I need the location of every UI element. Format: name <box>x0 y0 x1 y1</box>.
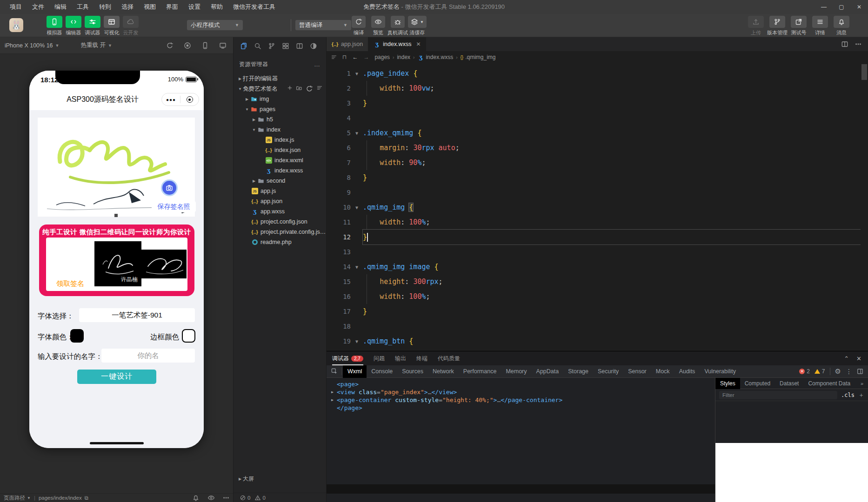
tree-item-readme.php[interactable]: readme.php <box>234 237 326 247</box>
tree-item-index.wxss[interactable]: ʒindex.wxss <box>234 165 326 176</box>
styles-tab-Dataset[interactable]: Dataset <box>775 378 803 389</box>
menu-帮助[interactable]: 帮助 <box>206 0 228 14</box>
expand-icon[interactable]: ▶ <box>331 398 337 402</box>
tree-item-index.js[interactable]: JSindex.js <box>234 135 326 145</box>
devtools-tab-Performance[interactable]: Performance <box>459 365 501 378</box>
fold-chevron-icon[interactable]: ▼ <box>351 339 363 344</box>
toolbar-调试器-button[interactable]: 调试器 <box>85 16 100 36</box>
fold-chevron-icon[interactable]: ▼ <box>351 205 363 210</box>
devtools-tab-AppData[interactable]: AppData <box>532 365 564 378</box>
user-avatar[interactable]: 🐰 <box>9 18 23 32</box>
refresh-icon[interactable] <box>306 85 313 92</box>
collapse-icon[interactable]: ⌃ <box>844 355 849 362</box>
outline-icon[interactable] <box>331 54 337 60</box>
tree-item-打开的编辑器[interactable]: ▶打开的编辑器 <box>234 73 326 84</box>
styles-tab-Computed[interactable]: Computed <box>740 378 775 389</box>
name-input[interactable]: 你的名 <box>101 349 195 363</box>
styles-tab-Styles[interactable]: Styles <box>715 378 740 389</box>
device-select[interactable]: iPhone X 100% 16▼ <box>0 37 64 53</box>
files-icon[interactable] <box>240 42 247 50</box>
toolbar-上传-button[interactable]: 上传 <box>748 16 764 36</box>
toolbar-预览-button[interactable]: 预览 <box>370 16 386 36</box>
code-content[interactable]: 1 ▼ .page_index { 2 width: 100vw; 3 } 4 … <box>327 63 861 351</box>
devtools-tab-Sources[interactable]: Sources <box>397 365 428 378</box>
wxml-node[interactable]: ▶<page-container custom-style="height: 4… <box>331 396 715 404</box>
branch-icon[interactable] <box>268 42 275 50</box>
toolbar-真机调试-button[interactable]: 真机调试 <box>390 16 406 36</box>
window-icon[interactable] <box>282 42 289 50</box>
bell-icon[interactable] <box>192 494 200 502</box>
breadcrumb-pages[interactable]: pages <box>374 54 390 60</box>
menu-界面[interactable]: 界面 <box>161 0 183 14</box>
kebab-menu-icon[interactable]: ⋮ <box>846 368 852 375</box>
explorer-more-icon[interactable]: … <box>314 61 320 68</box>
tree-item-index.wxml[interactable]: </>index.wxml <box>234 155 326 165</box>
minimize-icon[interactable]: — <box>815 0 833 14</box>
tree-item-second[interactable]: ▶ second <box>234 176 326 186</box>
tree-item-pages[interactable]: ▼ pages <box>234 104 326 114</box>
eye-icon[interactable] <box>207 494 215 502</box>
mode-select[interactable]: 小程序模式▼ <box>187 20 243 30</box>
panel-tab-输出[interactable]: 输出 <box>395 351 406 365</box>
fold-chevron-icon[interactable]: ▼ <box>351 131 363 136</box>
styles-tab-Component Data[interactable]: Component Data <box>803 378 855 389</box>
inspect-element-icon[interactable] <box>327 368 342 375</box>
capsule-exit-icon[interactable] <box>180 96 199 103</box>
copy-icon[interactable]: ⧉ <box>85 495 88 501</box>
refresh-icon[interactable] <box>166 42 174 49</box>
close-icon[interactable]: ✕ <box>850 0 868 14</box>
design-submit-button[interactable]: 一键设计 <box>77 370 156 384</box>
devtools-tab-Audits[interactable]: Audits <box>674 365 700 378</box>
phone-icon[interactable] <box>201 42 209 49</box>
save-signature-button[interactable]: 保存签名照 <box>152 201 196 212</box>
new-file-icon[interactable] <box>287 85 293 92</box>
font-color-swatch[interactable] <box>70 329 84 343</box>
tree-item-index[interactable]: ▼ index <box>234 125 326 135</box>
search-icon[interactable] <box>254 42 261 50</box>
toolbar-云开发-button[interactable]: 云开发 <box>123 16 139 36</box>
claim-signature-link[interactable]: 领取签名 <box>56 279 84 288</box>
more-tabs-icon[interactable]: » <box>861 381 868 386</box>
signature-preview-card[interactable]: 保存签名照 <box>38 118 195 217</box>
toolbar-编辑器-button[interactable]: 编辑器 <box>66 16 81 36</box>
problems-status[interactable]: 0 0 <box>234 493 326 502</box>
filter-input[interactable]: Filter <box>719 391 837 399</box>
devtools-tab-Network[interactable]: Network <box>428 365 459 378</box>
devtools-tab-Security[interactable]: Security <box>593 365 623 378</box>
wxml-tree[interactable]: <page> ▶<view class="page_index">…</view… <box>327 378 715 502</box>
page-path-label[interactable]: 页面路径 <box>4 495 25 502</box>
more-icon[interactable] <box>855 41 861 47</box>
toolbar-详情-button[interactable]: 详情 <box>812 16 828 36</box>
dock-side-icon[interactable] <box>857 368 863 375</box>
split-icon[interactable] <box>296 42 303 50</box>
toolbar-版本管理-button[interactable]: 版本管理 <box>769 16 785 36</box>
cls-toggle[interactable]: .cls <box>841 392 855 398</box>
toolbar-消息-button[interactable]: 消息 <box>834 16 849 36</box>
devtools-tab-Mock[interactable]: Mock <box>651 365 674 378</box>
more-icon[interactable] <box>223 495 229 501</box>
hot-reload-select[interactable]: 热重载 开▼ <box>76 37 116 53</box>
wxml-node[interactable]: </page> <box>331 404 715 412</box>
menu-转到[interactable]: 转到 <box>94 0 116 14</box>
menu-工具[interactable]: 工具 <box>72 0 94 14</box>
devtools-tab-Memory[interactable]: Memory <box>501 365 531 378</box>
resize-handle[interactable] <box>114 214 118 217</box>
nav-forward-icon[interactable]: → <box>363 54 369 60</box>
bookmark-icon[interactable]: ⊓ <box>342 54 347 60</box>
devtools-tab-Storage[interactable]: Storage <box>563 365 593 378</box>
theme-icon[interactable] <box>310 42 317 50</box>
panel-tab-代码质量[interactable]: 代码质量 <box>438 351 460 365</box>
console-errors[interactable]: ✕ 2 <box>799 368 810 375</box>
toolbar-模拟器-button[interactable]: 模拟器 <box>47 16 62 36</box>
editor-tab-app.json[interactable]: {..}app.json <box>327 37 368 51</box>
compile-select[interactable]: 普通编译▼ <box>295 20 351 30</box>
devtools-tab-Wxml[interactable]: Wxml <box>343 365 367 378</box>
toolbar-可视化-button[interactable]: 可视化 <box>104 16 120 36</box>
editor-tab-index.wxss[interactable]: ʒindex.wxss ✕ <box>368 37 426 51</box>
console-warnings[interactable]: 7 <box>815 368 825 375</box>
devtools-tab-Sensor[interactable]: Sensor <box>623 365 651 378</box>
font-select-input[interactable]: 一笔艺术签-901 <box>79 308 195 322</box>
tree-item-app.js[interactable]: JSapp.js <box>234 186 326 196</box>
add-style-icon[interactable]: ＋ <box>858 391 864 399</box>
maximize-icon[interactable]: ▢ <box>833 0 850 14</box>
